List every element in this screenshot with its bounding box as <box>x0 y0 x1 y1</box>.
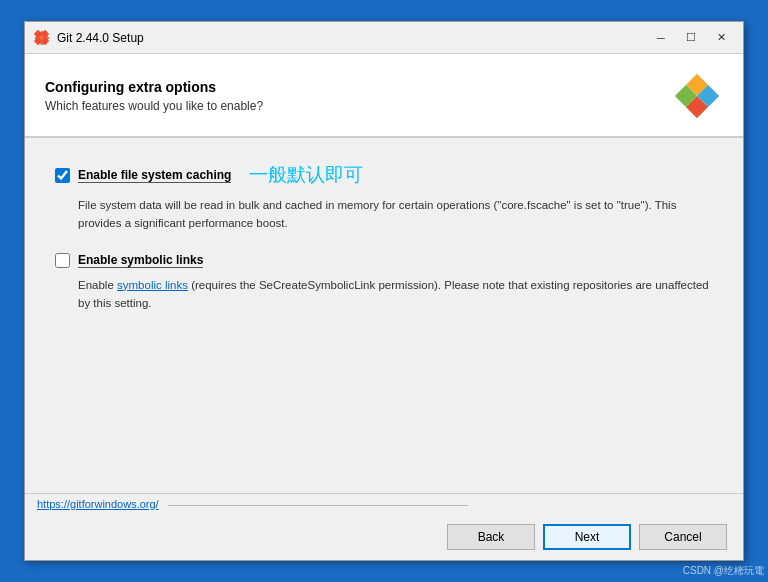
footer-separator-line: https://gitforwindows.org/ <box>37 498 731 510</box>
symbolic-links-link[interactable]: symbolic links <box>117 279 188 291</box>
footer-link[interactable]: https://gitforwindows.org/ <box>37 498 159 510</box>
next-button[interactable]: Next <box>543 524 631 550</box>
symbolic-links-checkbox[interactable] <box>55 253 70 268</box>
filesystem-caching-row: Enable file system caching 一般默认即可 <box>55 162 713 188</box>
filesystem-caching-label[interactable]: Enable file system caching <box>78 168 231 183</box>
symlink-desc-before: Enable <box>78 279 117 291</box>
button-row: Back Next Cancel <box>25 514 743 560</box>
filesystem-caching-description: File system data will be read in bulk an… <box>78 196 713 233</box>
close-button[interactable]: ✕ <box>707 28 735 48</box>
title-controls: ─ ☐ ✕ <box>647 28 735 48</box>
annotation-text: 一般默认即可 <box>249 162 363 188</box>
symbolic-links-label[interactable]: Enable symbolic links <box>78 253 203 268</box>
footer-area: https://gitforwindows.org/ Back Next Can… <box>25 493 743 560</box>
window-title: Git 2.44.0 Setup <box>57 31 144 45</box>
header-area: Configuring extra options Which features… <box>25 54 743 138</box>
filesystem-caching-option: Enable file system caching 一般默认即可 File s… <box>55 162 713 233</box>
minimize-button[interactable]: ─ <box>647 28 675 48</box>
page-subheading: Which features would you like to enable? <box>45 99 263 113</box>
back-button[interactable]: Back <box>447 524 535 550</box>
cancel-button[interactable]: Cancel <box>639 524 727 550</box>
setup-window: Git 2.44.0 Setup ─ ☐ ✕ Configuring extra… <box>24 21 744 561</box>
page-heading: Configuring extra options <box>45 79 263 95</box>
maximize-button[interactable]: ☐ <box>677 28 705 48</box>
symbolic-links-description: Enable symbolic links (requires the SeCr… <box>78 276 713 313</box>
symbolic-links-option: Enable symbolic links Enable symbolic li… <box>55 253 713 313</box>
header-text: Configuring extra options Which features… <box>45 79 263 113</box>
git-diamond-icon <box>671 70 723 122</box>
git-logo-icon <box>33 29 51 47</box>
filesystem-caching-checkbox[interactable] <box>55 168 70 183</box>
symbolic-links-row: Enable symbolic links <box>55 253 713 268</box>
watermark: CSDN @纥樒玩電 <box>683 564 764 578</box>
title-bar: Git 2.44.0 Setup ─ ☐ ✕ <box>25 22 743 54</box>
title-bar-left: Git 2.44.0 Setup <box>33 29 144 47</box>
content-area: Enable file system caching 一般默认即可 File s… <box>25 138 743 493</box>
